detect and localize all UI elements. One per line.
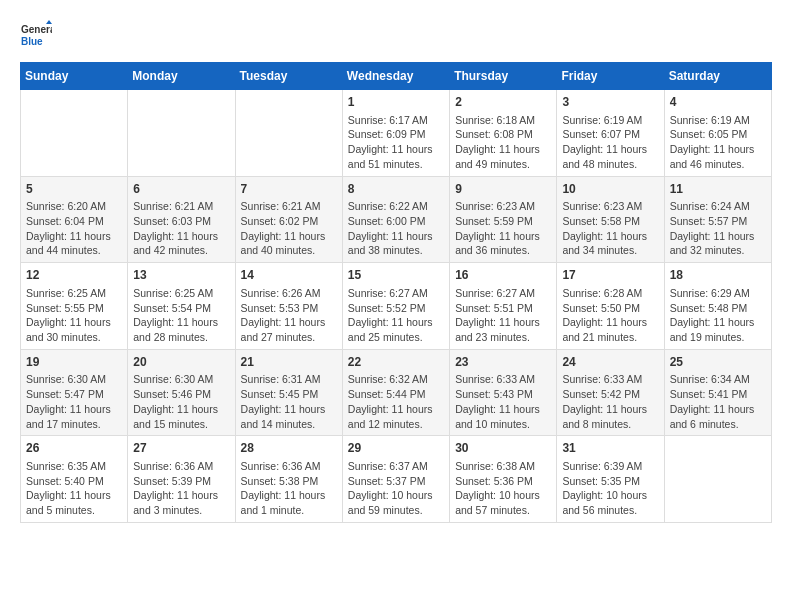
day-info: Sunrise: 6:39 AMSunset: 5:35 PMDaylight:…	[562, 459, 658, 518]
day-number: 31	[562, 440, 658, 457]
day-number: 25	[670, 354, 766, 371]
day-number: 5	[26, 181, 122, 198]
calendar-cell: 15Sunrise: 6:27 AMSunset: 5:52 PMDayligh…	[342, 263, 449, 350]
day-number: 16	[455, 267, 551, 284]
calendar-cell: 9Sunrise: 6:23 AMSunset: 5:59 PMDaylight…	[450, 176, 557, 263]
calendar-cell	[21, 90, 128, 177]
day-number: 8	[348, 181, 444, 198]
calendar-week-row: 26Sunrise: 6:35 AMSunset: 5:40 PMDayligh…	[21, 436, 772, 523]
calendar-cell: 26Sunrise: 6:35 AMSunset: 5:40 PMDayligh…	[21, 436, 128, 523]
svg-text:Blue: Blue	[21, 36, 43, 47]
calendar-cell: 6Sunrise: 6:21 AMSunset: 6:03 PMDaylight…	[128, 176, 235, 263]
day-info: Sunrise: 6:27 AMSunset: 5:51 PMDaylight:…	[455, 286, 551, 345]
calendar-cell: 30Sunrise: 6:38 AMSunset: 5:36 PMDayligh…	[450, 436, 557, 523]
day-number: 9	[455, 181, 551, 198]
day-info: Sunrise: 6:36 AMSunset: 5:39 PMDaylight:…	[133, 459, 229, 518]
day-info: Sunrise: 6:36 AMSunset: 5:38 PMDaylight:…	[241, 459, 337, 518]
weekday-header-wednesday: Wednesday	[342, 63, 449, 90]
calendar-cell: 19Sunrise: 6:30 AMSunset: 5:47 PMDayligh…	[21, 349, 128, 436]
day-info: Sunrise: 6:23 AMSunset: 5:59 PMDaylight:…	[455, 199, 551, 258]
weekday-header-monday: Monday	[128, 63, 235, 90]
calendar-cell: 16Sunrise: 6:27 AMSunset: 5:51 PMDayligh…	[450, 263, 557, 350]
logo-svg: General Blue	[20, 20, 52, 52]
day-number: 12	[26, 267, 122, 284]
weekday-header-sunday: Sunday	[21, 63, 128, 90]
page-header: General Blue	[20, 20, 772, 52]
day-info: Sunrise: 6:30 AMSunset: 5:46 PMDaylight:…	[133, 372, 229, 431]
day-number: 30	[455, 440, 551, 457]
day-info: Sunrise: 6:32 AMSunset: 5:44 PMDaylight:…	[348, 372, 444, 431]
day-info: Sunrise: 6:24 AMSunset: 5:57 PMDaylight:…	[670, 199, 766, 258]
day-info: Sunrise: 6:26 AMSunset: 5:53 PMDaylight:…	[241, 286, 337, 345]
day-info: Sunrise: 6:38 AMSunset: 5:36 PMDaylight:…	[455, 459, 551, 518]
day-info: Sunrise: 6:25 AMSunset: 5:54 PMDaylight:…	[133, 286, 229, 345]
weekday-header-row: SundayMondayTuesdayWednesdayThursdayFrid…	[21, 63, 772, 90]
calendar-week-row: 5Sunrise: 6:20 AMSunset: 6:04 PMDaylight…	[21, 176, 772, 263]
weekday-header-saturday: Saturday	[664, 63, 771, 90]
day-info: Sunrise: 6:27 AMSunset: 5:52 PMDaylight:…	[348, 286, 444, 345]
day-number: 21	[241, 354, 337, 371]
calendar-cell: 11Sunrise: 6:24 AMSunset: 5:57 PMDayligh…	[664, 176, 771, 263]
day-number: 13	[133, 267, 229, 284]
calendar-cell: 23Sunrise: 6:33 AMSunset: 5:43 PMDayligh…	[450, 349, 557, 436]
day-info: Sunrise: 6:22 AMSunset: 6:00 PMDaylight:…	[348, 199, 444, 258]
calendar-cell	[235, 90, 342, 177]
day-number: 17	[562, 267, 658, 284]
calendar-week-row: 19Sunrise: 6:30 AMSunset: 5:47 PMDayligh…	[21, 349, 772, 436]
calendar-cell: 2Sunrise: 6:18 AMSunset: 6:08 PMDaylight…	[450, 90, 557, 177]
day-info: Sunrise: 6:29 AMSunset: 5:48 PMDaylight:…	[670, 286, 766, 345]
day-info: Sunrise: 6:18 AMSunset: 6:08 PMDaylight:…	[455, 113, 551, 172]
calendar-cell: 12Sunrise: 6:25 AMSunset: 5:55 PMDayligh…	[21, 263, 128, 350]
day-number: 26	[26, 440, 122, 457]
calendar-week-row: 12Sunrise: 6:25 AMSunset: 5:55 PMDayligh…	[21, 263, 772, 350]
calendar-cell: 24Sunrise: 6:33 AMSunset: 5:42 PMDayligh…	[557, 349, 664, 436]
calendar-cell	[664, 436, 771, 523]
day-number: 22	[348, 354, 444, 371]
calendar-week-row: 1Sunrise: 6:17 AMSunset: 6:09 PMDaylight…	[21, 90, 772, 177]
day-info: Sunrise: 6:21 AMSunset: 6:03 PMDaylight:…	[133, 199, 229, 258]
svg-marker-2	[46, 20, 52, 24]
day-number: 24	[562, 354, 658, 371]
day-number: 15	[348, 267, 444, 284]
day-number: 10	[562, 181, 658, 198]
logo: General Blue	[20, 20, 52, 52]
weekday-header-thursday: Thursday	[450, 63, 557, 90]
day-number: 3	[562, 94, 658, 111]
day-info: Sunrise: 6:31 AMSunset: 5:45 PMDaylight:…	[241, 372, 337, 431]
day-number: 1	[348, 94, 444, 111]
day-number: 11	[670, 181, 766, 198]
day-number: 6	[133, 181, 229, 198]
weekday-header-friday: Friday	[557, 63, 664, 90]
day-number: 4	[670, 94, 766, 111]
calendar-cell: 3Sunrise: 6:19 AMSunset: 6:07 PMDaylight…	[557, 90, 664, 177]
day-info: Sunrise: 6:23 AMSunset: 5:58 PMDaylight:…	[562, 199, 658, 258]
calendar-table: SundayMondayTuesdayWednesdayThursdayFrid…	[20, 62, 772, 523]
day-number: 28	[241, 440, 337, 457]
day-info: Sunrise: 6:25 AMSunset: 5:55 PMDaylight:…	[26, 286, 122, 345]
day-number: 27	[133, 440, 229, 457]
day-number: 2	[455, 94, 551, 111]
day-number: 18	[670, 267, 766, 284]
calendar-cell: 27Sunrise: 6:36 AMSunset: 5:39 PMDayligh…	[128, 436, 235, 523]
day-info: Sunrise: 6:19 AMSunset: 6:05 PMDaylight:…	[670, 113, 766, 172]
day-info: Sunrise: 6:30 AMSunset: 5:47 PMDaylight:…	[26, 372, 122, 431]
day-info: Sunrise: 6:35 AMSunset: 5:40 PMDaylight:…	[26, 459, 122, 518]
calendar-cell: 22Sunrise: 6:32 AMSunset: 5:44 PMDayligh…	[342, 349, 449, 436]
calendar-cell: 5Sunrise: 6:20 AMSunset: 6:04 PMDaylight…	[21, 176, 128, 263]
calendar-cell: 21Sunrise: 6:31 AMSunset: 5:45 PMDayligh…	[235, 349, 342, 436]
day-number: 7	[241, 181, 337, 198]
day-number: 29	[348, 440, 444, 457]
day-number: 23	[455, 354, 551, 371]
calendar-cell: 18Sunrise: 6:29 AMSunset: 5:48 PMDayligh…	[664, 263, 771, 350]
day-info: Sunrise: 6:34 AMSunset: 5:41 PMDaylight:…	[670, 372, 766, 431]
calendar-cell: 4Sunrise: 6:19 AMSunset: 6:05 PMDaylight…	[664, 90, 771, 177]
day-number: 14	[241, 267, 337, 284]
calendar-cell: 31Sunrise: 6:39 AMSunset: 5:35 PMDayligh…	[557, 436, 664, 523]
calendar-cell: 7Sunrise: 6:21 AMSunset: 6:02 PMDaylight…	[235, 176, 342, 263]
svg-text:General: General	[21, 24, 52, 35]
calendar-cell: 29Sunrise: 6:37 AMSunset: 5:37 PMDayligh…	[342, 436, 449, 523]
calendar-cell: 20Sunrise: 6:30 AMSunset: 5:46 PMDayligh…	[128, 349, 235, 436]
day-info: Sunrise: 6:19 AMSunset: 6:07 PMDaylight:…	[562, 113, 658, 172]
day-info: Sunrise: 6:33 AMSunset: 5:43 PMDaylight:…	[455, 372, 551, 431]
day-number: 19	[26, 354, 122, 371]
